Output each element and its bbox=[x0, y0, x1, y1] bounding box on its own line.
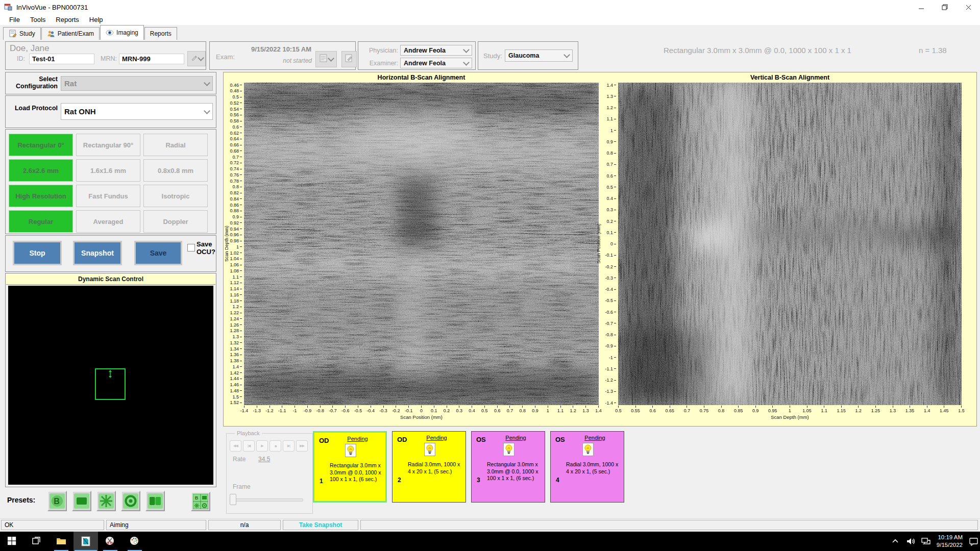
patient-id-field[interactable] bbox=[29, 54, 94, 64]
step-back-button[interactable]: |◀ bbox=[243, 440, 255, 452]
study-select[interactable]: Glaucoma bbox=[505, 49, 573, 62]
invivovue-button[interactable] bbox=[74, 532, 98, 551]
examiner-label: Examiner: bbox=[360, 60, 398, 67]
taskbar-clock[interactable]: 10:19 AM 9/15/2022 bbox=[937, 534, 963, 549]
speaker-icon[interactable] bbox=[906, 537, 915, 546]
scan-card-1[interactable]: ODPending1Rectangular 3.0mm x 3.0mm @ 0.… bbox=[313, 431, 387, 503]
frame-slider-track[interactable] bbox=[231, 498, 303, 502]
configuration-select[interactable]: Rat bbox=[61, 76, 213, 91]
axis-tick: 0.1 bbox=[606, 230, 616, 235]
frame-slider-thumb[interactable] bbox=[230, 494, 236, 505]
scan-region-box[interactable] bbox=[95, 368, 126, 400]
patient-mrn-field[interactable] bbox=[119, 54, 184, 64]
tick-mark bbox=[841, 406, 842, 408]
physician-select[interactable]: Andrew Feola bbox=[400, 45, 472, 56]
jump-end-button[interactable]: ▶▶ bbox=[296, 440, 308, 452]
save-ocu-checkbox[interactable] bbox=[187, 244, 195, 252]
axis-tick: 1.32 bbox=[230, 340, 242, 345]
edit-patient-button[interactable] bbox=[187, 51, 206, 66]
edit-exam-button[interactable] bbox=[341, 51, 357, 67]
axis-tick: 0.54 bbox=[230, 107, 242, 111]
protocol-grid: Rectangular 0°Rectangular 90°Radial2.6x2… bbox=[5, 129, 216, 234]
horizontal-bscan-image[interactable] bbox=[244, 83, 599, 405]
exam-label: Exam: bbox=[216, 53, 235, 61]
restore-button[interactable] bbox=[933, 0, 957, 14]
minimize-button[interactable] bbox=[910, 0, 933, 14]
scan-status-link[interactable]: Pending bbox=[566, 435, 624, 441]
scan-number: 1 bbox=[320, 478, 323, 485]
tick-mark bbox=[614, 232, 616, 233]
protocol-button-1-6x1-6-mm[interactable]: 1.6x1.6 mm bbox=[76, 159, 140, 182]
snapshot-button[interactable]: Snapshot bbox=[73, 241, 122, 265]
tab-label: Imaging bbox=[116, 29, 138, 36]
annular-preset-button[interactable] bbox=[121, 491, 140, 511]
play-button[interactable]: ▶ bbox=[256, 440, 268, 452]
protocol-button-fast-fundus[interactable]: Fast Fundus bbox=[76, 185, 140, 207]
dynamic-scan-canvas[interactable] bbox=[8, 286, 213, 485]
scan-status-link[interactable]: Pending bbox=[408, 435, 465, 441]
stop-button[interactable]: Stop bbox=[13, 241, 62, 265]
chevron-up-icon[interactable] bbox=[891, 537, 900, 546]
protocol-button-0-8x0-8-mm[interactable]: 0.8x0.8 mm bbox=[143, 159, 208, 182]
b-scan-preset-button[interactable]: B bbox=[47, 491, 67, 511]
examiner-select[interactable]: Andrew Feola bbox=[400, 58, 472, 68]
tab-label: Study bbox=[19, 30, 35, 37]
scan-description: Radial 3.0mm, 1000 x 4 x 20 x 1, (5 sec.… bbox=[408, 461, 463, 475]
protocol-button-regular[interactable]: Regular bbox=[9, 210, 73, 233]
svg-text:B: B bbox=[54, 497, 60, 506]
protocol-button-isotropic[interactable]: Isotropic bbox=[143, 185, 208, 207]
jump-start-button[interactable]: ◀◀ bbox=[230, 440, 241, 452]
tick-label: 1.1 bbox=[821, 408, 827, 413]
vertical-bscan-image[interactable] bbox=[618, 83, 962, 405]
snipping-tool-button[interactable] bbox=[98, 532, 122, 551]
stop-button[interactable]: ■ bbox=[270, 440, 281, 452]
radial-preset-button[interactable] bbox=[96, 491, 116, 511]
protocol-button-high-resolution[interactable]: High Resolution bbox=[9, 185, 73, 207]
scan-status-link[interactable]: Pending bbox=[330, 436, 385, 442]
menu-file[interactable]: File bbox=[4, 16, 25, 23]
menu-help[interactable]: Help bbox=[84, 16, 108, 23]
mixed-preset-button[interactable]: B bbox=[191, 492, 210, 511]
paint-button[interactable] bbox=[122, 532, 147, 551]
volume-preset-button[interactable] bbox=[145, 491, 165, 511]
protocol-button-2-6x2-6-mm[interactable]: 2.6x2.6 mm bbox=[9, 159, 73, 182]
protocol-button-averaged[interactable]: Averaged bbox=[76, 210, 140, 233]
tick-label: 0.8 bbox=[519, 408, 526, 413]
protocol-button-doppler[interactable]: Doppler bbox=[143, 210, 208, 233]
tab-patient-exam[interactable]: Patient/Exam bbox=[41, 27, 100, 40]
scan-card-4[interactable]: OSPending4Radial 3.0mm, 1000 x 4 x 20 x … bbox=[550, 431, 624, 503]
svg-text:B: B bbox=[195, 495, 199, 500]
close-button[interactable] bbox=[957, 0, 980, 14]
scan-card-3[interactable]: OSPending3Rectangular 3.0mm x 3.0mm @ 0.… bbox=[471, 431, 545, 503]
tick-mark bbox=[358, 406, 358, 408]
protocol-select[interactable]: Rat ONH bbox=[61, 103, 213, 120]
rectangular-preset-button[interactable] bbox=[72, 491, 91, 511]
tick-mark bbox=[240, 289, 242, 289]
tab-reports[interactable]: Reports bbox=[144, 27, 177, 40]
protocol-button-rectangular-90[interactable]: Rectangular 90° bbox=[76, 134, 140, 156]
action-center-icon[interactable] bbox=[969, 537, 978, 546]
axis-tick: -0.1 bbox=[408, 406, 409, 413]
scan-status-link[interactable]: Pending bbox=[487, 435, 545, 441]
start-button[interactable] bbox=[0, 532, 24, 551]
axis-tick: 1.35 bbox=[910, 406, 910, 413]
menu-reports[interactable]: Reports bbox=[51, 16, 84, 23]
step-forward-button[interactable]: ▶| bbox=[283, 440, 295, 452]
network-icon[interactable] bbox=[921, 537, 930, 546]
menu-tools[interactable]: Tools bbox=[25, 16, 51, 23]
protocol-button-radial[interactable]: Radial bbox=[143, 134, 208, 156]
scan-card-2[interactable]: ODPending2Radial 3.0mm, 1000 x 4 x 20 x … bbox=[392, 431, 466, 503]
axis-tick: 0.5 bbox=[618, 406, 619, 413]
tick-label: 0.95 bbox=[768, 408, 777, 413]
tab-imaging[interactable]: Imaging bbox=[100, 25, 144, 40]
axis-tick: 0.75 bbox=[704, 406, 704, 413]
exam-report-button[interactable] bbox=[315, 51, 337, 67]
tab-study[interactable]: Study bbox=[3, 27, 41, 40]
protocol-button-rectangular-0[interactable]: Rectangular 0° bbox=[9, 134, 73, 156]
rate-value[interactable]: 34.5 bbox=[258, 456, 270, 463]
task-view-button[interactable] bbox=[24, 532, 49, 551]
tick-label: 0.85 bbox=[734, 408, 743, 413]
file-explorer-button[interactable] bbox=[49, 532, 74, 551]
examiner-value: Andrew Feola bbox=[404, 60, 446, 67]
save-button[interactable]: Save bbox=[134, 241, 182, 265]
